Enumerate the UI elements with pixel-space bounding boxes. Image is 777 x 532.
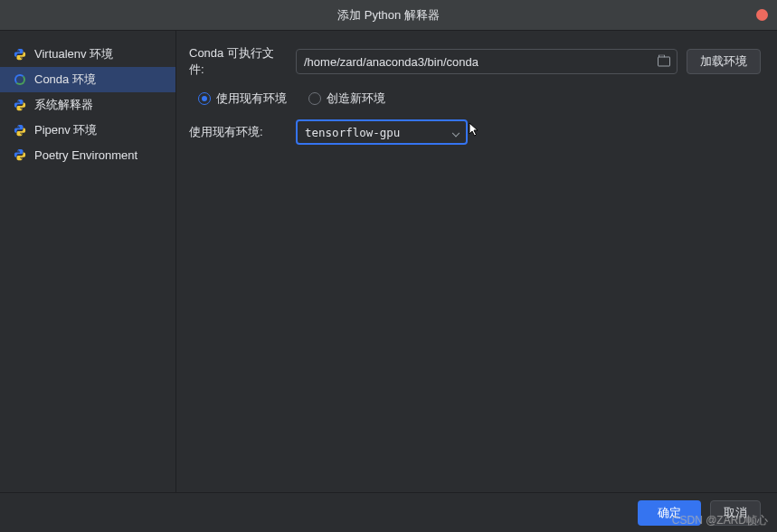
python-icon	[13, 47, 27, 62]
sidebar-item-label: Pipenv 环境	[34, 122, 97, 138]
sidebar-item-conda[interactable]: Conda 环境	[0, 67, 175, 92]
radio-group: 使用现有环境 创造新环境	[198, 90, 385, 107]
radio-create-new[interactable]: 创造新环境	[308, 90, 385, 107]
env-select[interactable]: tensorflow-gpu	[296, 119, 468, 145]
radio-unchecked-icon	[308, 92, 321, 105]
conda-icon	[13, 72, 27, 87]
sidebar-item-label: Poetry Environment	[34, 148, 137, 162]
close-icon[interactable]	[756, 9, 768, 21]
python-icon	[13, 98, 27, 112]
chevron-down-icon	[452, 129, 460, 137]
sidebar-item-poetry[interactable]: Poetry Environment	[0, 143, 175, 166]
footer: 确定 取消	[0, 492, 777, 532]
sidebar-item-label: 系统解释器	[34, 97, 93, 113]
main-content: Virtualenv 环境 Conda 环境 系统解释器 Pipenv 环境 P…	[0, 31, 777, 492]
radio-row: 使用现有环境 创造新环境	[189, 90, 761, 107]
executable-label: Conda 可执行文件:	[189, 45, 287, 78]
content-panel: Conda 可执行文件: 加载环境 使用现有环境 创造新环境 使用现有	[176, 31, 777, 492]
radio-label: 创造新环境	[327, 90, 385, 107]
env-select-value: tensorflow-gpu	[305, 126, 400, 139]
radio-checked-icon	[198, 92, 211, 105]
executable-input-wrap	[296, 49, 678, 74]
sidebar-item-label: Virtualenv 环境	[34, 46, 113, 62]
sidebar-item-virtualenv[interactable]: Virtualenv 环境	[0, 42, 175, 67]
window-title: 添加 Python 解释器	[337, 7, 440, 24]
watermark: CSDN @ZARD帧心	[672, 513, 768, 528]
radio-use-existing[interactable]: 使用现有环境	[198, 90, 287, 107]
executable-input[interactable]	[296, 49, 678, 74]
python-icon	[13, 147, 27, 162]
sidebar: Virtualenv 环境 Conda 环境 系统解释器 Pipenv 环境 P…	[0, 31, 176, 492]
existing-env-label: 使用现有环境:	[189, 124, 287, 140]
load-env-button[interactable]: 加载环境	[687, 49, 761, 74]
existing-env-row: 使用现有环境: tensorflow-gpu	[189, 119, 761, 145]
sidebar-item-system[interactable]: 系统解释器	[0, 92, 175, 118]
titlebar: 添加 Python 解释器	[0, 0, 777, 31]
radio-label: 使用现有环境	[216, 90, 287, 107]
sidebar-item-pipenv[interactable]: Pipenv 环境	[0, 118, 175, 143]
sidebar-item-label: Conda 环境	[34, 71, 96, 88]
folder-icon[interactable]	[658, 57, 670, 67]
python-icon	[13, 123, 27, 138]
executable-row: Conda 可执行文件: 加载环境	[189, 45, 761, 78]
